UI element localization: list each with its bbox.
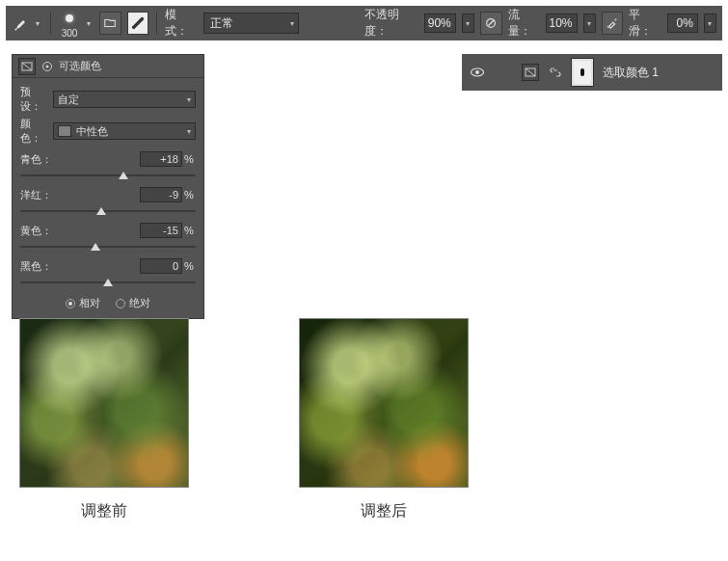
brush-icon <box>12 14 29 32</box>
slider-value-input[interactable]: 0 <box>140 258 182 274</box>
slider-thumb[interactable] <box>119 172 128 179</box>
slider-row: 黄色：-15% <box>20 223 196 253</box>
smoothing-value[interactable]: 0% <box>667 13 698 33</box>
tool-indicator[interactable]: ▾ <box>12 14 42 32</box>
brush-preset-picker[interactable]: 300 ▾ <box>59 9 94 39</box>
slider-name: 洋红： <box>20 188 55 202</box>
after-image <box>299 318 469 488</box>
preset-value: 自定 <box>58 93 79 107</box>
reset-icon[interactable] <box>41 61 53 72</box>
layer-name[interactable]: 选取颜色 1 <box>603 65 659 81</box>
flow-label: 流量： <box>508 7 541 40</box>
selective-color-icon <box>525 67 536 78</box>
slider-name: 青色： <box>20 152 55 167</box>
layer-row[interactable]: 选取颜色 1 <box>462 54 722 91</box>
slider-track[interactable] <box>20 170 196 181</box>
svg-point-1 <box>607 27 608 28</box>
flow-value[interactable]: 10% <box>546 13 577 33</box>
colors-value: 中性色 <box>76 124 108 139</box>
flow-stepper[interactable]: ▾ <box>583 13 596 33</box>
preset-dropdown[interactable]: 自定 ▾ <box>53 91 196 108</box>
slider-track[interactable] <box>20 241 196 253</box>
slider-track[interactable] <box>20 205 196 217</box>
smoothing-stepper[interactable]: ▾ <box>704 13 716 33</box>
color-swatch <box>58 125 71 137</box>
folder-icon <box>103 16 117 30</box>
pressure-opacity-icon <box>484 16 498 30</box>
slider-thumb[interactable] <box>103 279 113 286</box>
slider-name: 黑色： <box>20 259 55 274</box>
slider-value-input[interactable]: -9 <box>140 187 182 202</box>
preset-label: 预设： <box>20 85 49 114</box>
method-radios: 相对 绝对 <box>20 296 196 310</box>
slider-row: 洋红：-9% <box>20 187 196 217</box>
colors-dropdown[interactable]: 中性色 ▾ <box>53 122 196 140</box>
smoothing-label: 平滑： <box>629 7 661 40</box>
mode-label: 模式： <box>165 7 198 40</box>
layer-mask-thumbnail[interactable] <box>572 59 593 86</box>
chevron-down-icon: ▾ <box>187 127 191 136</box>
divider <box>50 12 51 35</box>
brush-stroke-icon <box>131 16 145 30</box>
opacity-label: 不透明度： <box>364 7 418 40</box>
divider <box>156 12 157 35</box>
before-image <box>19 318 189 488</box>
chevron-down-icon: ▾ <box>33 16 42 30</box>
slider-row: 青色：+18% <box>20 151 196 181</box>
slider-track[interactable] <box>20 277 196 288</box>
svg-point-4 <box>475 70 479 74</box>
selective-color-icon-small <box>18 58 36 75</box>
slider-name: 黄色： <box>20 224 55 238</box>
after-caption: 调整后 <box>299 501 469 521</box>
comparison-images: 调整前 调整后 <box>19 318 469 521</box>
options-bar: ▾ 300 ▾ 模式： 正常 ▾ 不透明度： 90% ▾ 流量： 10% ▾ 平… <box>6 6 722 40</box>
brush-tip-preview <box>60 9 79 28</box>
percent-label: % <box>182 225 196 236</box>
after-block: 调整后 <box>299 318 469 521</box>
selective-color-panel: 可选颜色 预设： 自定 ▾ 颜色： 中性色 ▾ 青色：+18%洋红：-9%黄色：… <box>12 54 204 319</box>
before-block: 调整前 <box>19 318 189 521</box>
airbrush-button[interactable] <box>602 12 624 35</box>
slider-thumb[interactable] <box>91 243 100 251</box>
panel-title: 可选颜色 <box>59 59 101 73</box>
adjustment-layer-icon <box>522 64 539 81</box>
chevron-down-icon: ▾ <box>290 19 294 28</box>
panel-header: 可选颜色 <box>13 55 203 78</box>
visibility-icon[interactable] <box>470 65 485 80</box>
opacity-stepper[interactable]: ▾ <box>462 13 474 33</box>
radio-dot-icon <box>66 299 75 308</box>
slider-row: 黑色：0% <box>20 258 196 288</box>
svg-point-8 <box>46 65 49 67</box>
percent-label: % <box>182 189 196 200</box>
percent-label: % <box>182 153 196 165</box>
method-relative-label: 相对 <box>79 296 100 310</box>
brush-panel-button[interactable] <box>127 12 149 35</box>
colors-label: 颜色： <box>20 117 49 146</box>
blend-mode-value: 正常 <box>210 15 233 32</box>
airbrush-icon <box>606 16 619 30</box>
link-icon <box>549 66 562 79</box>
chevron-down-icon: ▾ <box>84 16 94 30</box>
method-relative-radio[interactable]: 相对 <box>66 296 100 310</box>
blend-mode-dropdown[interactable]: 正常 ▾ <box>203 13 300 34</box>
radio-dot-icon <box>116 299 125 308</box>
method-absolute-label: 绝对 <box>129 296 150 310</box>
before-caption: 调整前 <box>19 501 189 521</box>
percent-label: % <box>182 260 196 272</box>
method-absolute-radio[interactable]: 绝对 <box>116 296 150 310</box>
opacity-value[interactable]: 90% <box>424 13 455 33</box>
chevron-down-icon: ▾ <box>187 95 191 104</box>
slider-value-input[interactable]: -15 <box>140 223 182 238</box>
brush-size-value: 300 <box>59 28 80 39</box>
slider-thumb[interactable] <box>96 207 106 215</box>
svg-point-2 <box>607 26 607 27</box>
brush-settings-button[interactable] <box>99 12 121 35</box>
pressure-opacity-button[interactable] <box>480 12 502 35</box>
slider-value-input[interactable]: +18 <box>140 151 182 167</box>
